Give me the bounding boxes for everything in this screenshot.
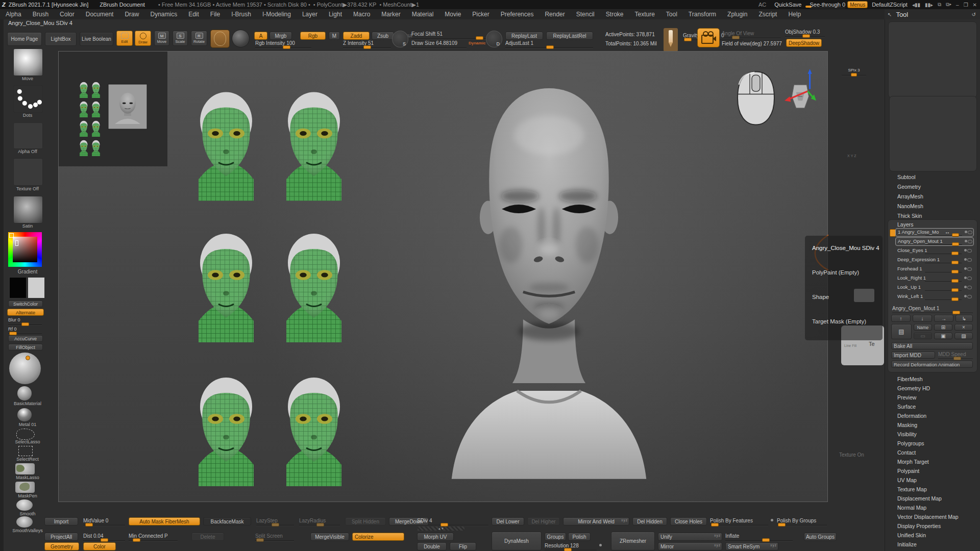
tab-geometry[interactable]: Geometry xyxy=(44,542,79,550)
section-polygroups[interactable]: Polygroups xyxy=(897,440,974,446)
layer-row[interactable]: Look_Right 1 xyxy=(895,274,973,282)
resolution-slider[interactable]: Resolution 128 xyxy=(545,543,597,550)
mask-pen-thumb[interactable] xyxy=(15,482,35,493)
section-contact[interactable]: Contact xyxy=(897,449,974,456)
rgb-toggle-button[interactable]: Rgb xyxy=(300,32,326,40)
menu-item[interactable]: Color xyxy=(54,11,80,18)
menu-item[interactable]: Help xyxy=(782,11,806,18)
alpha-toggle-button[interactable]: A xyxy=(254,32,267,40)
menu-item[interactable]: Marker xyxy=(376,11,406,18)
picker-arrow-icon[interactable]: ↖ xyxy=(888,12,892,17)
section-normal-map[interactable]: Normal Map xyxy=(897,505,974,511)
menu-item[interactable]: Texture xyxy=(629,11,660,18)
lazyradius-slider[interactable]: LazyRadius xyxy=(299,518,340,525)
unify-button[interactable]: Unifyxyz xyxy=(658,533,722,541)
zsub-toggle-button[interactable]: Zsub xyxy=(372,32,394,40)
material-sphere[interactable] xyxy=(9,353,41,384)
menu-item[interactable]: Movie xyxy=(439,11,467,18)
layer-row[interactable]: 1 Angry_Close_Mo↔ xyxy=(895,228,974,237)
menu-item[interactable]: Preferences xyxy=(495,11,540,18)
groups-button[interactable]: Groups xyxy=(545,533,566,541)
section-fibermesh[interactable]: FiberMesh xyxy=(897,376,974,382)
menu-item[interactable]: File xyxy=(205,11,226,18)
split-screen-slider[interactable]: Split Screen xyxy=(255,533,294,541)
smooth-thumb[interactable] xyxy=(16,499,33,511)
menu-item[interactable]: Stencil xyxy=(571,11,600,18)
move-mode-button[interactable]: M Move xyxy=(154,31,169,46)
menu-item[interactable]: Macro xyxy=(348,11,376,18)
layer-split-button[interactable]: ↳ xyxy=(955,315,973,322)
del-higher-button[interactable]: Del Higher xyxy=(527,517,560,525)
rotate-mode-button[interactable]: R Rotate xyxy=(191,31,207,46)
zremesher-button[interactable]: ZRemesher xyxy=(611,532,655,550)
layer-up-button[interactable]: ↑ xyxy=(891,315,911,322)
color-picker[interactable] xyxy=(8,232,42,267)
import-button[interactable]: Import xyxy=(44,517,78,525)
alpha-thumbnail[interactable] xyxy=(13,122,43,149)
morph-uv-button[interactable]: Morph UV xyxy=(417,533,454,541)
section-uv-map[interactable]: UV Map xyxy=(897,477,974,483)
layer-page-button[interactable]: ▣ xyxy=(934,333,952,339)
layer-row[interactable]: Look_Up 1 xyxy=(895,284,973,291)
spix-slider[interactable]: SPix 3 xyxy=(842,68,866,76)
layer-small-button[interactable]: ▭ xyxy=(914,333,932,339)
focal-shift-slider[interactable]: Focal Shift 51 xyxy=(411,31,489,39)
fill-object-button[interactable]: FillObject xyxy=(8,344,43,350)
z-intensity-slider[interactable]: Z Intensity 51 xyxy=(343,40,391,48)
split-hidden-button[interactable]: Split Hidden xyxy=(345,517,386,525)
menu-item[interactable]: Document xyxy=(80,11,119,18)
texture-thumbnail[interactable] xyxy=(13,158,43,186)
restore-button[interactable]: ❐ xyxy=(964,2,968,8)
floor-axis-label[interactable]: XYZ xyxy=(847,154,857,158)
backface-mask-button[interactable]: BackfaceMask xyxy=(203,517,251,525)
menu-item[interactable]: Picker xyxy=(467,11,495,18)
section-unified-skin[interactable]: Unified Skin xyxy=(897,532,974,538)
dist-slider[interactable]: Dist 0.04 xyxy=(83,533,125,541)
alternate-button[interactable]: Alternate xyxy=(7,309,44,316)
section-vector-displacement-map[interactable]: Vector Displacement Map xyxy=(897,514,974,520)
material-thumbnail[interactable] xyxy=(13,196,43,223)
mdd-speed-slider[interactable]: MDD Speed xyxy=(938,352,973,359)
live-boolean-button[interactable]: Live Boolean xyxy=(80,32,113,46)
stroke-preview-sphere[interactable] xyxy=(232,30,250,47)
menu-item[interactable]: Draw xyxy=(119,11,144,18)
replay-last-button[interactable]: ReplayLast xyxy=(505,32,543,40)
rf-slider[interactable]: Rf 0 xyxy=(8,327,42,334)
ac-label[interactable]: AC xyxy=(758,2,766,8)
obj-shadow-slider[interactable]: ObjShadow 0.3 xyxy=(785,29,825,37)
delete-button[interactable]: Delete xyxy=(191,533,224,541)
layer-duplicate-button[interactable]: ⊞ xyxy=(934,324,952,331)
resolution-toggle[interactable] xyxy=(599,544,602,546)
brush-preview[interactable] xyxy=(210,30,230,48)
dynamic-draw-size-label[interactable]: Dynamic xyxy=(469,41,485,45)
section-initialize[interactable]: Initialize xyxy=(897,541,974,547)
close-holes-button[interactable]: Close Holes xyxy=(670,517,707,525)
switch-color-button[interactable]: SwitchColor xyxy=(8,300,43,307)
mask-lasso-thumb[interactable] xyxy=(15,463,35,474)
angle-of-view-slider[interactable]: Angle Of View xyxy=(722,31,781,38)
polish-button[interactable]: Polish xyxy=(568,533,591,541)
menu-item[interactable]: Render xyxy=(539,11,570,18)
draw-size-slider[interactable]: Draw Size 64.88109 xyxy=(411,40,467,48)
section-geometry[interactable]: Geometry xyxy=(897,184,974,190)
stroke-s-icon[interactable]: S xyxy=(392,31,408,47)
reset-palette-icon[interactable]: ↺ xyxy=(972,12,976,17)
menu-item[interactable]: Transform xyxy=(683,11,722,18)
section-display-properties[interactable]: Display Properties xyxy=(897,523,974,529)
menu-item[interactable]: Zscript xyxy=(753,11,782,18)
palette-move-icon[interactable]: ⧉▸ xyxy=(946,2,951,8)
tab-color[interactable]: Color xyxy=(83,542,116,550)
brush-thumbnail[interactable] xyxy=(13,48,43,76)
section-deformation[interactable]: Deformation xyxy=(897,413,974,419)
scale-mode-button[interactable]: S Scale xyxy=(173,31,188,46)
layer-row[interactable]: Close_Eyes 1 xyxy=(895,247,973,255)
metal-sphere[interactable] xyxy=(17,408,32,421)
menu-item[interactable]: Stroke xyxy=(600,11,629,18)
record-deformation-button[interactable]: Record Deformation Animation xyxy=(891,361,973,368)
colorize-button[interactable]: Colorize xyxy=(352,533,404,541)
del-hidden-button[interactable]: Del Hidden xyxy=(632,517,667,525)
section-morph-target[interactable]: Morph Target xyxy=(897,459,974,465)
midvalue-slider[interactable]: MidValue 0 xyxy=(83,518,125,525)
close-button[interactable]: ✕ xyxy=(973,2,977,8)
zadd-toggle-button[interactable]: Zadd xyxy=(343,32,370,40)
